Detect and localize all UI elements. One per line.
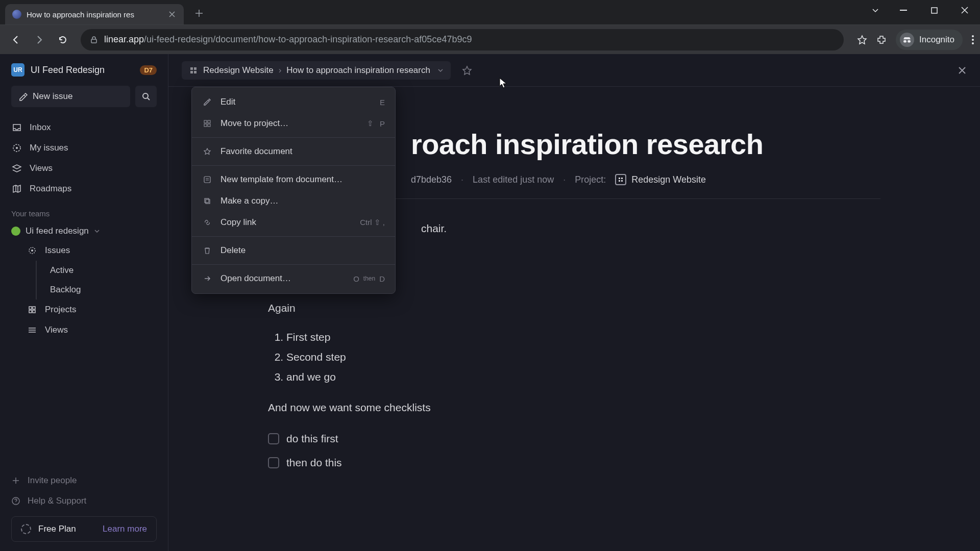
team-row[interactable]: Ui feed redesign [0,222,168,240]
checklist-item[interactable]: then do this [268,452,880,474]
svg-rect-18 [190,67,193,70]
menu-favorite[interactable]: Favorite document [192,141,395,162]
checklist-label: then do this [286,454,342,472]
body-paragraph[interactable]: Again [268,299,880,318]
workspace-switcher[interactable]: UR UI Feed Redesign D7 [0,63,168,86]
template-icon [202,174,212,185]
checklist-item[interactable]: do this first [268,428,880,450]
crumb-document: How to approach inspiration research [286,65,430,76]
svg-point-12 [31,249,33,252]
body-paragraph[interactable]: And now we want some checklists [268,398,880,417]
team-active[interactable]: Active [36,261,168,280]
favorite-star-icon[interactable] [462,65,472,76]
forward-button[interactable] [30,30,49,49]
team-views[interactable]: Views [0,320,168,340]
svg-rect-32 [206,199,210,204]
search-button[interactable] [135,86,157,107]
svg-point-7 [972,42,974,44]
incognito-badge[interactable]: Incognito [896,30,963,50]
team-backlog[interactable]: Backlog [36,280,168,299]
arrow-right-icon [202,273,212,284]
tab-close-icon[interactable] [167,10,177,19]
address-bar[interactable]: linear.app/ui-feed-redesign/document/how… [81,29,844,51]
menu-label: Edit [220,97,372,107]
list-item[interactable]: Second step [286,348,880,367]
svg-rect-26 [204,120,207,123]
project-grid-icon [189,66,198,75]
projects-icon [27,304,38,315]
svg-rect-15 [29,310,32,313]
close-window-button[interactable] [949,0,980,20]
project-box-icon [615,174,626,185]
browser-tab[interactable]: How to approach inspiration res [5,4,184,24]
svg-rect-29 [208,124,210,127]
learn-more-link[interactable]: Learn more [103,524,147,534]
sidebar: UR UI Feed Redesign D7 New issue Inbox M… [0,54,168,551]
grid-icon [202,118,212,129]
trash-icon [202,245,212,256]
list-item[interactable]: and we go [286,368,880,387]
svg-rect-27 [208,120,210,123]
svg-rect-19 [194,67,197,70]
menu-template[interactable]: New template from document… [192,169,395,190]
menu-shortcut: E [380,98,385,107]
tab-title: How to approach inspiration res [27,10,162,19]
target-icon [11,142,22,154]
menu-label: Move to project… [220,118,359,129]
plan-name: Free Plan [38,524,95,534]
team-name: Ui feed redesign [26,226,89,236]
menu-separator [192,137,395,138]
checkbox[interactable] [268,457,279,468]
team-projects[interactable]: Projects [0,299,168,320]
link-icon [202,217,212,228]
new-issue-label: New issue [33,91,72,102]
menu-separator [192,236,395,237]
incognito-label: Incognito [919,35,954,45]
svg-rect-31 [205,198,209,203]
bookmark-star-icon[interactable] [857,35,867,45]
invite-people[interactable]: Invite people [11,470,157,491]
team-issues-label: Issues [45,245,70,256]
meta-separator: · [461,174,463,185]
checklist-label: do this first [286,430,338,448]
new-issue-button[interactable]: New issue [11,86,130,107]
nav-views[interactable]: Views [0,158,168,179]
project-chip[interactable]: Redesign Website [615,174,706,185]
crumb-separator: › [279,65,282,76]
new-tab-button[interactable] [190,4,208,22]
back-button[interactable] [6,30,26,49]
layers-icon [11,163,22,174]
breadcrumb-chip[interactable]: Redesign Website › How to approach inspi… [182,61,451,80]
list-item[interactable]: First step [286,328,880,347]
menu-delete[interactable]: Delete [192,240,395,261]
plan-box: Free Plan Learn more [11,516,157,542]
workspace-name: UI Feed Redesign [31,65,134,76]
reload-button[interactable] [53,30,72,49]
menu-copy[interactable]: Make a copy… [192,190,395,212]
checkbox[interactable] [268,433,279,444]
minimize-button[interactable] [888,0,919,20]
nav-my-issues[interactable]: My issues [0,138,168,158]
svg-rect-24 [619,180,620,182]
svg-point-5 [972,35,974,37]
help-support[interactable]: Help & Support [11,491,157,511]
maximize-button[interactable] [919,0,949,20]
extensions-icon[interactable] [876,35,887,45]
tabs-dropdown-icon[interactable] [863,0,888,20]
chevron-down-icon[interactable] [437,67,444,73]
menu-edit[interactable]: Edit E [192,91,395,113]
issues-icon [27,245,38,256]
svg-rect-23 [621,178,623,179]
nav-inbox[interactable]: Inbox [0,117,168,138]
incognito-icon [900,33,914,47]
svg-point-6 [972,39,974,41]
team-issues[interactable]: Issues [0,240,168,261]
svg-rect-22 [619,178,620,179]
kebab-menu-icon[interactable] [972,35,974,44]
svg-rect-30 [204,177,210,183]
menu-copy-link[interactable]: Copy link Ctrl ⇧ , [192,212,395,233]
menu-open[interactable]: Open document… OthenD [192,268,395,289]
close-panel-icon[interactable] [958,66,967,75]
nav-roadmaps[interactable]: Roadmaps [0,179,168,199]
menu-move[interactable]: Move to project… ⇧ P [192,113,395,134]
